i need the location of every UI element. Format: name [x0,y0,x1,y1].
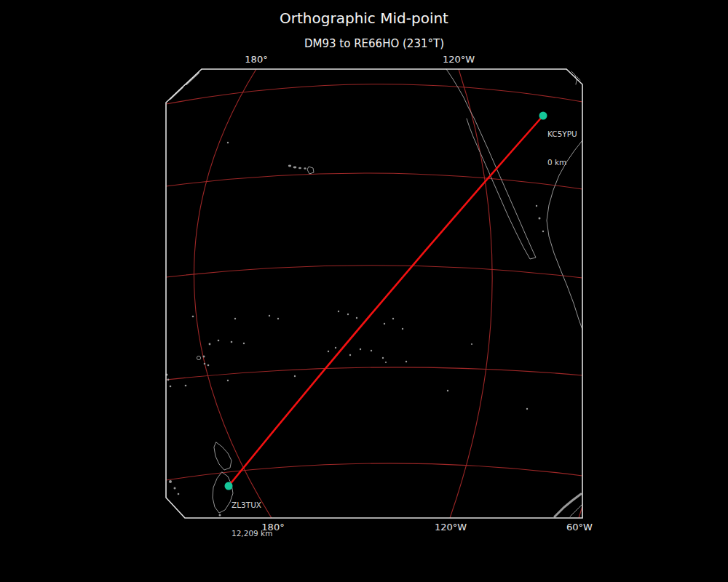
axis-label-top-120w: 120°W [443,54,475,65]
marker-distance: 0 km [547,158,577,167]
orthographic-map-figure: Orthographic Mid-point DM93 to RE66HO (2… [0,0,728,582]
marker-distance: 12,209 km [232,529,272,538]
island-specks [166,142,529,410]
axis-label-top-180: 180° [245,54,267,65]
axis-label-bottom-120w: 120°W [435,522,467,533]
marker-dot-kc5ypu [539,112,547,120]
map-border [166,69,582,518]
marker-callsign: ZL3TUX [232,501,272,510]
graticule-meridian-180 [194,69,272,518]
axis-label-bottom-60w: 60°W [566,522,593,533]
map-canvas [0,0,728,582]
marker-label-kc5ypu: KC5YPU 0 km [547,111,577,186]
figure-title: Orthographic Mid-point [280,9,448,27]
great-circle-path [229,116,543,486]
figure-subtitle: DM93 to RE66HO (231°T) [304,37,444,50]
marker-label-zl3tux: ZL3TUX 12,209 km [232,482,272,557]
graticule-parallel [166,173,582,189]
graticule-meridian-120w [450,69,492,518]
coastlines [166,69,583,517]
graticule-parallel [166,84,582,104]
marker-callsign: KC5YPU [547,129,577,139]
graticule-parallels [166,84,582,480]
graticule-parallel [166,367,582,380]
graticule-parallel [166,266,582,278]
